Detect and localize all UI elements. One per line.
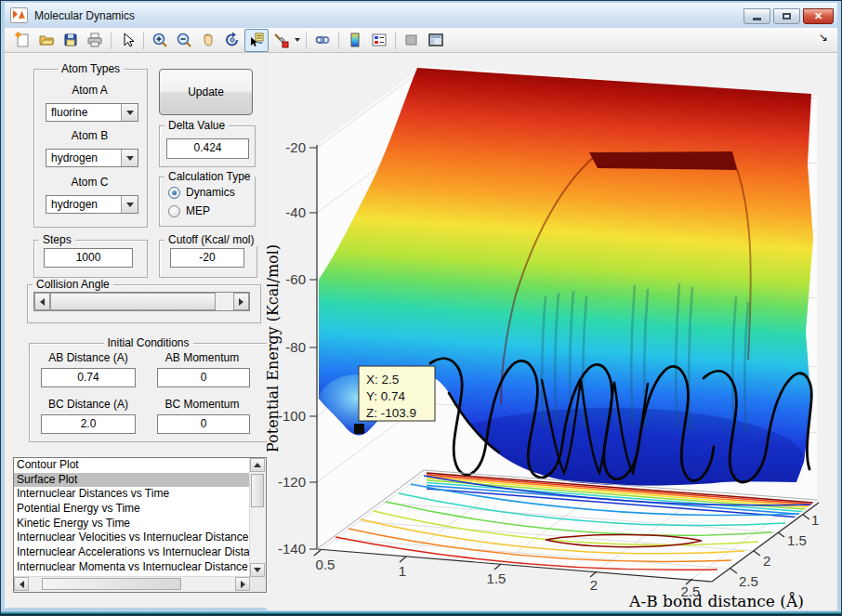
svg-text:-140: -140: [278, 541, 306, 557]
atom-a-label: Atom A: [33, 84, 146, 97]
titlebar[interactable]: Molecular Dynamics: [5, 3, 837, 29]
rotate-3d-button[interactable]: [220, 29, 244, 52]
toolbar-separator: [306, 32, 307, 49]
x-axis-label: A-B bond distance (Å): [628, 592, 804, 610]
list-item[interactable]: Internuclear Velocities vs Internuclear …: [14, 531, 251, 545]
steps-field[interactable]: 1000: [44, 248, 133, 268]
dynamics-radio[interactable]: [168, 187, 180, 199]
atom-c-label: Atom C: [33, 176, 146, 189]
svg-text:-20: -20: [285, 139, 306, 155]
slider-left-arrow[interactable]: [34, 293, 50, 310]
ab-distance-field[interactable]: 0.74: [41, 368, 136, 387]
z-axis-label: Potential Energy (Kcal/mol): [267, 244, 282, 452]
insert-colorbar-button[interactable]: [343, 29, 367, 52]
list-item-selected[interactable]: Surface Plot: [14, 473, 251, 488]
svg-text:2: 2: [763, 553, 770, 569]
dropdown-arrow-icon[interactable]: [121, 196, 138, 213]
list-item[interactable]: Contour Plot: [14, 458, 251, 473]
print-button[interactable]: [83, 29, 107, 52]
ab-momentum-label: AB Momentum: [154, 351, 250, 364]
atom-types-title: Atom Types: [58, 62, 124, 75]
open-folder-icon: [38, 32, 55, 48]
list-item[interactable]: Internuclear Momenta vs Internuclear Dis…: [14, 560, 251, 575]
vertical-scroll-thumb[interactable]: [251, 474, 264, 507]
cutoff-field[interactable]: -20: [170, 248, 244, 268]
insert-legend-button[interactable]: [367, 29, 391, 52]
slider-thumb[interactable]: [50, 293, 216, 310]
data-cursor-icon: [248, 32, 265, 48]
new-file-icon: [14, 32, 31, 48]
show-plot-tools-button[interactable]: [424, 29, 448, 52]
atom-a-dropdown[interactable]: fluorine: [46, 103, 138, 122]
pointer-icon: [119, 32, 136, 48]
plot-type-listbox[interactable]: Contour Plot Surface Plot Internuclear D…: [13, 457, 267, 593]
hide-plot-tools-button[interactable]: [400, 29, 424, 52]
print-icon: [86, 32, 103, 48]
dropdown-arrow-icon[interactable]: [121, 150, 138, 166]
dock-arrow-icon[interactable]: ↘: [819, 31, 828, 44]
atom-b-label: Atom B: [33, 129, 146, 142]
maximize-icon: [783, 13, 791, 20]
bc-distance-field[interactable]: 2.0: [41, 414, 136, 434]
new-file-button[interactable]: [10, 29, 34, 52]
list-item[interactable]: Internuclear Accelerations vs Internucle…: [14, 545, 251, 560]
brush-button[interactable]: [269, 29, 293, 52]
mep-radio-label: MEP: [186, 204, 210, 217]
pointer-tool-button[interactable]: [115, 29, 139, 52]
maximize-button[interactable]: [773, 8, 800, 24]
calculation-type-group: Calculation Type: [159, 177, 256, 227]
delta-value-title: Delta Value: [164, 119, 229, 132]
brush-dropdown-button[interactable]: [293, 30, 302, 51]
datatip-z: Z: -103.9: [366, 406, 416, 420]
minimize-button[interactable]: [743, 8, 770, 24]
horizontal-scroll-thumb[interactable]: [42, 578, 181, 590]
listbox-vertical-scrollbar[interactable]: [249, 458, 266, 577]
surface-plot-svg[interactable]: -20 -40 -60 -80 -100 -120 -140 0.5 1 1.5…: [267, 53, 837, 610]
collision-angle-slider[interactable]: [33, 292, 250, 311]
data-tip[interactable]: X: 2.5 Y: 0.74 Z: -103.9: [359, 366, 435, 421]
ab-distance-label: AB Distance (A): [41, 351, 136, 364]
bc-momentum-field[interactable]: 0: [157, 414, 250, 434]
brush-icon: [272, 32, 289, 48]
close-button[interactable]: ✕: [803, 8, 834, 24]
atom-c-dropdown[interactable]: hydrogen: [46, 195, 138, 214]
scroll-up-button[interactable]: [250, 458, 265, 472]
zoom-out-icon: [176, 32, 192, 48]
open-file-button[interactable]: [34, 29, 59, 52]
svg-text:-60: -60: [285, 271, 306, 287]
mep-radio-row[interactable]: MEP: [168, 204, 210, 217]
app-window: Molecular Dynamics ✕: [0, 0, 842, 616]
dynamics-radio-row[interactable]: Dynamics: [168, 186, 235, 199]
legend-icon: [371, 32, 388, 48]
list-item[interactable]: Kinetic Energy vs Time: [14, 517, 251, 531]
zoom-out-button[interactable]: [172, 29, 196, 52]
atom-b-dropdown[interactable]: hydrogen: [46, 149, 138, 167]
slider-right-arrow[interactable]: [233, 293, 249, 310]
link-plots-button[interactable]: [310, 29, 335, 52]
scroll-right-button[interactable]: [235, 577, 250, 591]
pan-button[interactable]: [196, 29, 220, 52]
data-cursor-button[interactable]: [244, 29, 269, 52]
zoom-in-icon: [151, 32, 168, 48]
list-item[interactable]: Potential Energy vs Time: [14, 502, 251, 517]
list-item[interactable]: Internuclear Distances vs Time: [14, 487, 251, 502]
mep-radio[interactable]: [168, 205, 180, 217]
matlab-icon: [10, 7, 28, 23]
ab-momentum-field[interactable]: 0: [157, 368, 250, 387]
svg-text:-100: -100: [278, 408, 306, 424]
colorbar-icon: [347, 32, 363, 48]
collision-angle-title: Collision Angle: [33, 278, 113, 291]
scroll-down-button[interactable]: [250, 563, 265, 577]
listbox-horizontal-scrollbar[interactable]: [14, 576, 250, 592]
scroll-left-button[interactable]: [14, 577, 29, 591]
toolbar-separator: [395, 32, 396, 49]
update-button[interactable]: Update: [159, 69, 253, 115]
dropdown-arrow-icon[interactable]: [121, 104, 138, 121]
surface-plot-axes[interactable]: -20 -40 -60 -80 -100 -120 -140 0.5 1 1.5…: [267, 53, 837, 610]
save-button[interactable]: [59, 29, 83, 52]
zoom-in-button[interactable]: [148, 29, 172, 52]
hide-plot-tools-icon: [403, 32, 420, 48]
toolbar-separator: [143, 32, 144, 49]
data-cursor-marker[interactable]: [354, 424, 364, 434]
delta-value-field[interactable]: 0.424: [166, 138, 249, 159]
